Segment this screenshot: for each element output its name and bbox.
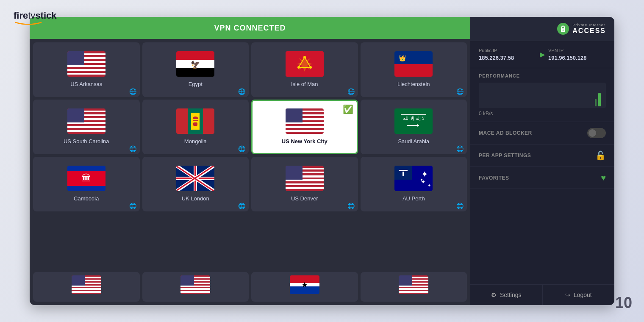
location-card-saudi-arabia[interactable]: لا إله إلا الله Saudi Arabia 🌐 — [361, 100, 467, 154]
flag-egypt — [176, 51, 214, 77]
location-card-uk-london[interactable]: UK London 🌐 — [142, 157, 249, 211]
location-label-saudi-arabia: Saudi Arabia — [398, 138, 429, 144]
flag-us-new-york — [286, 108, 324, 134]
location-card-us-arkansas[interactable]: US Arkansas 🌐 — [33, 42, 140, 97]
vpn-ip-label: VPN IP — [548, 48, 606, 53]
public-ip-label: Public IP — [479, 48, 536, 53]
mace-label: MACE AD BLOCKER — [479, 130, 532, 136]
performance-speed: 0 kB/s — [479, 111, 606, 117]
main-container: VPN CONNECTED US Arkansas 🌐 Egypt 🌐 — [30, 17, 614, 305]
partial-card-1[interactable] — [33, 272, 140, 302]
arrow-right-icon: ▶ — [540, 50, 545, 58]
public-ip-block: Public IP 185.226.37.58 — [479, 48, 536, 61]
pia-logo: Private Internet ACCESS — [557, 23, 606, 35]
partial-row: ★ — [33, 272, 467, 302]
settings-button[interactable]: ⚙ Settings — [470, 285, 543, 305]
logout-button[interactable]: ↪ Logout — [543, 285, 615, 305]
flag-us-denver — [286, 166, 324, 191]
flag-isle-of-man — [286, 51, 324, 77]
globe-icon-us-denver: 🌐 — [347, 203, 355, 209]
favorites-label: FAVORITES — [479, 175, 509, 181]
partial-flag-1 — [72, 275, 101, 294]
pia-header: Private Internet ACCESS — [470, 17, 614, 41]
globe-icon-us-arkansas: 🌐 — [129, 88, 136, 95]
location-label-us-new-york: US New York City — [282, 138, 328, 144]
iom-triskelion-icon — [286, 51, 324, 77]
globe-icon-liechtenstein: 🌐 — [456, 88, 464, 95]
ten-badge: 10 — [615, 294, 632, 312]
location-label-us-south-carolina: US South Carolina — [64, 138, 109, 144]
vpn-status-bar: VPN CONNECTED — [30, 17, 470, 39]
flag-saudi-arabia: لا إله إلا الله — [394, 108, 433, 134]
flag-liechtenstein — [394, 51, 433, 77]
location-label-au-perth: AU Perth — [402, 195, 425, 202]
svg-point-10 — [563, 30, 564, 31]
right-panel: Private Internet ACCESS Public IP 185.22… — [470, 17, 614, 305]
location-card-liechtenstein[interactable]: Liechtenstein 🌐 — [361, 42, 467, 97]
partial-flag-2 — [180, 275, 210, 294]
location-card-us-denver[interactable]: US Denver 🌐 — [251, 157, 358, 211]
location-card-isle-of-man[interactable]: Isle of Man 🌐 — [251, 42, 358, 97]
globe-icon-mongolia: 🌐 — [238, 145, 245, 152]
lock-svg — [560, 25, 566, 32]
bottom-buttons: ⚙ Settings ↪ Logout — [470, 284, 614, 305]
location-card-us-south-carolina[interactable]: US South Carolina 🌐 — [33, 100, 140, 154]
globe-icon-au-perth: 🌐 — [456, 203, 464, 209]
flag-mongolia — [176, 108, 214, 134]
gear-icon: ⚙ — [491, 291, 497, 298]
flag-uk-london — [176, 166, 214, 191]
flag-au-perth: ✦ ✦ ✦ ✦ — [394, 166, 433, 191]
location-label-isle-of-man: Isle of Man — [291, 81, 318, 87]
pia-private-label: Private Internet — [572, 23, 606, 27]
performance-graph — [479, 83, 606, 108]
per-app-label: PER APP SETTINGS — [479, 153, 531, 158]
firetv-logo: fire tv stick — [14, 10, 57, 25]
globe-icon-uk-london: 🌐 — [238, 203, 245, 209]
location-label-us-denver: US Denver — [291, 195, 318, 202]
partial-card-3[interactable]: ★ — [251, 272, 358, 302]
flag-cambodia: 🏛 — [67, 166, 105, 191]
partial-flag-3: ★ — [290, 275, 319, 294]
location-card-us-new-york[interactable]: ✅ US New York City — [251, 100, 358, 154]
performance-label: PERFORMANCE — [479, 73, 606, 78]
location-label-cambodia: Cambodia — [74, 195, 99, 202]
perf-bar-large — [598, 93, 601, 106]
location-card-mongolia[interactable]: Mongolia 🌐 — [142, 100, 249, 154]
mace-toggle[interactable] — [587, 128, 606, 138]
location-label-uk-london: UK London — [182, 195, 209, 202]
location-label-mongolia: Mongolia — [184, 138, 207, 144]
globe-icon-us-south-carolina: 🌐 — [129, 145, 136, 152]
globe-icon-isle-of-man: 🌐 — [347, 88, 355, 95]
vpn-ip-block: VPN IP 191.96.150.128 — [548, 48, 606, 61]
globe-icon-cambodia: 🌐 — [129, 203, 136, 209]
mace-row: MACE AD BLOCKER — [470, 122, 614, 144]
svg-rect-8 — [407, 125, 419, 126]
per-app-lock-icon: 🔓 — [595, 150, 606, 161]
location-grid: US Arkansas 🌐 Egypt 🌐 — [30, 39, 470, 272]
flag-us-arkansas — [67, 51, 105, 77]
favorites-heart-icon: ♥ — [601, 173, 606, 183]
pia-lock-icon — [557, 23, 569, 35]
globe-icon-egypt: 🌐 — [238, 88, 245, 95]
location-card-au-perth[interactable]: ✦ ✦ ✦ ✦ AU Perth 🌐 — [361, 157, 467, 211]
logout-button-label: Logout — [574, 291, 592, 298]
settings-button-label: Settings — [500, 291, 522, 298]
location-label-us-arkansas: US Arkansas — [70, 81, 102, 87]
partial-card-2[interactable] — [142, 272, 249, 302]
partial-card-4[interactable] — [361, 272, 467, 302]
pia-text-block: Private Internet ACCESS — [572, 23, 606, 35]
perf-bar-small — [595, 99, 597, 106]
partial-flag-4 — [399, 275, 428, 294]
ip-section: Public IP 185.226.37.58 ▶ VPN IP 191.96.… — [470, 41, 614, 68]
favorites-row[interactable]: FAVORITES ♥ — [470, 167, 614, 189]
location-label-egypt: Egypt — [189, 81, 203, 87]
vpn-ip-value: 191.96.150.128 — [548, 55, 606, 61]
location-label-liechtenstein: Liechtenstein — [397, 81, 430, 87]
check-icon-active: ✅ — [343, 104, 353, 114]
flag-us-south-carolina — [67, 108, 105, 134]
per-app-row[interactable]: PER APP SETTINGS 🔓 — [470, 144, 614, 167]
saudi-sword-icon — [407, 122, 420, 129]
grid-panel: VPN CONNECTED US Arkansas 🌐 Egypt 🌐 — [30, 17, 470, 305]
location-card-egypt[interactable]: Egypt 🌐 — [142, 42, 249, 97]
location-card-cambodia[interactable]: 🏛 Cambodia 🌐 — [33, 157, 140, 211]
